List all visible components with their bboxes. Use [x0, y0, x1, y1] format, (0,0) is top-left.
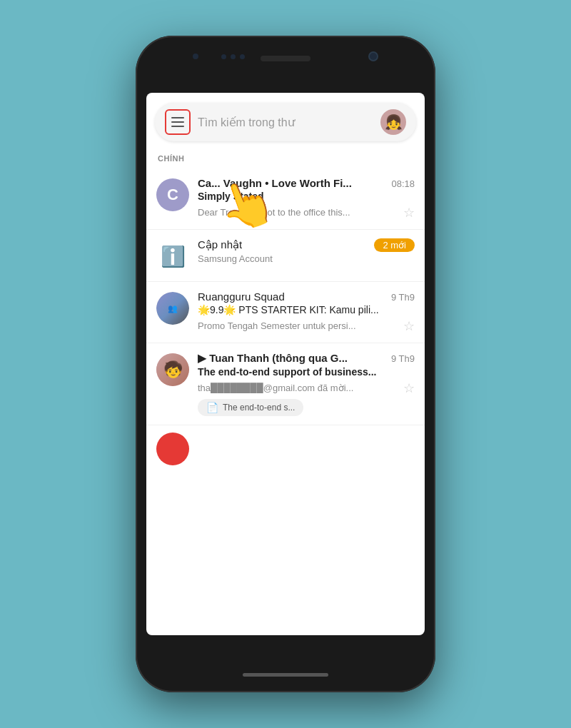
email-item-1[interactable]: C Ca... Vaughn • Love Worth Fi... 08:18 … — [146, 168, 425, 230]
search-placeholder[interactable]: Tìm kiếm trong thư — [198, 116, 380, 129]
home-indicator[interactable] — [243, 673, 328, 677]
front-camera — [368, 51, 378, 61]
email-content-3: Ruangguru Squad 9 Th9 🌟9.9🌟 PTS STARTER … — [198, 290, 415, 334]
phone-frame: Tìm kiếm trong thư 👧 👆 CHÍNH C Ca... Vau… — [136, 36, 435, 692]
phone-top-bar — [136, 36, 435, 93]
phone-screen: Tìm kiếm trong thư 👧 👆 CHÍNH C Ca... Vau… — [146, 93, 425, 635]
partial-avatar — [156, 433, 189, 465]
email-item-2[interactable]: ℹ️ Cập nhật 2 mới Samsung Account — [146, 230, 425, 282]
group-photo: 👥 — [156, 292, 189, 325]
email-sender-3: Ruangguru Squad — [198, 290, 285, 303]
email-sub-sender-2: Samsung Account — [198, 253, 383, 264]
chip-text: The end-to-end s... — [223, 403, 295, 413]
email-header-1: Ca... Vaughn • Love Worth Fi... 08:18 — [198, 177, 415, 189]
email-avatar-2: ℹ️ — [156, 240, 189, 273]
dots-sensors — [221, 54, 245, 59]
earpiece-speaker — [261, 56, 310, 61]
email-header-3: Ruangguru Squad 9 Th9 — [198, 290, 415, 303]
email-avatar-1: C — [156, 178, 189, 211]
menu-button[interactable] — [165, 109, 191, 135]
dot-2 — [231, 54, 236, 59]
attachment-chip-4[interactable]: 📄 The end-to-end s... — [198, 399, 303, 416]
tuan-photo: 🧒 — [156, 353, 189, 386]
email-header-2: Cập nhật 2 mới — [198, 238, 415, 252]
email-preview-1: Dear Tran, As I got to the office this..… — [198, 207, 350, 218]
email-avatar-4: 🧒 — [156, 353, 189, 386]
email-item-4[interactable]: 🧒 ▶ Tuan Thanh (thông qua G... 9 Th9 The… — [146, 343, 425, 425]
email-subject-3: 🌟9.9🌟 PTS STARTER KIT: Kamu pili... — [198, 304, 415, 315]
dot-1 — [221, 54, 226, 59]
email-sender-2: Cập nhật — [198, 238, 242, 251]
email-header-4: ▶ Tuan Thanh (thông qua G... 9 Th9 — [198, 352, 415, 365]
email-preview-3: Promo Tengah Semester untuk persi... — [198, 320, 356, 331]
section-label-chinh: CHÍNH — [146, 151, 425, 168]
email-item-3[interactable]: 👥 Ruangguru Squad 9 Th9 🌟9.9🌟 PTS STARTE… — [146, 282, 425, 343]
email-preview-4: tha████████@gmail.com đã mời... — [198, 383, 353, 393]
dot-3 — [240, 54, 245, 59]
star-icon-1[interactable]: ☆ — [403, 205, 415, 221]
front-sensor — [193, 54, 198, 59]
email-sender-4: ▶ Tuan Thanh (thông qua G... — [198, 352, 348, 365]
email-content-4: ▶ Tuan Thanh (thông qua G... 9 Th9 The e… — [198, 352, 415, 416]
star-icon-3[interactable]: ☆ — [403, 318, 415, 334]
new-badge-2: 2 mới — [374, 238, 415, 252]
user-avatar[interactable]: 👧 — [380, 109, 406, 135]
email-subject-1: Simply Stated — [198, 191, 415, 202]
hamburger-icon — [171, 117, 184, 127]
email-avatar-3: 👥 — [156, 292, 189, 325]
email-content-2: Cập nhật 2 mới Samsung Account — [198, 238, 415, 264]
email-sender-1: Ca... Vaughn • Love Worth Fi... — [198, 177, 352, 189]
email-time-1: 08:18 — [391, 178, 415, 189]
search-bar[interactable]: Tìm kiếm trong thư 👧 — [155, 103, 416, 141]
email-time-4: 9 Th9 — [391, 353, 415, 364]
phone-bottom-bar — [136, 657, 435, 692]
email-time-3: 9 Th9 — [391, 292, 415, 303]
email-content-1: Ca... Vaughn • Love Worth Fi... 08:18 Si… — [198, 177, 415, 221]
doc-icon: 📄 — [206, 402, 218, 413]
partial-email-item[interactable] — [146, 425, 425, 472]
star-icon-4[interactable]: ☆ — [403, 380, 415, 396]
email-subject-4: The end-to-end support of business... — [198, 366, 415, 378]
